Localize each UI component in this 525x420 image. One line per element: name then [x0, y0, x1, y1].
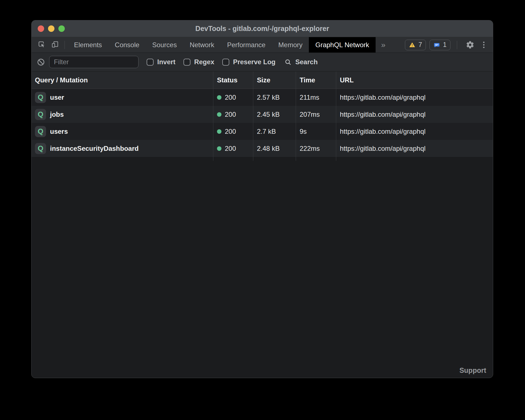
warning-icon [409, 42, 416, 48]
preserve-log-checkbox-group: Preserve Log [222, 58, 275, 66]
tab-graphql-network[interactable]: GraphQL Network [309, 37, 376, 52]
messages-badge[interactable]: 1 [429, 40, 450, 50]
status-code: 200 [225, 111, 236, 118]
requests-table: Query / Mutation Status Size Time URL Q … [32, 71, 493, 161]
preserve-log-label: Preserve Log [233, 58, 275, 66]
devtools-tab-bar: Elements Console Sources Network Perform… [32, 37, 493, 53]
url-value: https://gitlab.com/api/graphql [336, 140, 493, 157]
table-row[interactable]: Q users 200 2.7 kB 9s https://gitlab.com… [32, 123, 493, 140]
url-value: https://gitlab.com/api/graphql [336, 89, 493, 106]
time-value: 211ms [296, 89, 336, 106]
devtools-window: DevTools - gitlab.com/-/graphql-explorer… [31, 20, 493, 378]
status-code: 200 [225, 145, 236, 152]
tab-console[interactable]: Console [108, 37, 146, 52]
status-code: 200 [225, 94, 236, 101]
column-header-status[interactable]: Status [213, 71, 253, 89]
support-link[interactable]: Support [459, 366, 486, 374]
clear-requests-button[interactable] [37, 58, 45, 66]
regex-checkbox[interactable] [183, 59, 190, 66]
close-button[interactable] [38, 25, 44, 32]
status-ok-dot [217, 95, 221, 100]
filter-bar: Invert Regex Preserve Log Search [32, 53, 493, 71]
titlebar: DevTools - gitlab.com/-/graphql-explorer [32, 20, 493, 37]
invert-label: Invert [157, 58, 175, 66]
device-toolbar-button[interactable] [48, 37, 62, 52]
issues-warning-badge[interactable]: 7 [405, 40, 426, 50]
search-label: Search [295, 58, 318, 66]
query-name: user [50, 94, 64, 101]
status-ok-dot [217, 146, 221, 151]
tab-sources[interactable]: Sources [146, 37, 183, 52]
time-value: 222ms [296, 140, 336, 157]
preserve-log-checkbox[interactable] [222, 59, 229, 66]
tab-memory[interactable]: Memory [272, 37, 309, 52]
kebab-icon [483, 42, 485, 43]
block-icon [37, 58, 45, 66]
tab-performance[interactable]: Performance [221, 37, 272, 52]
column-header-size[interactable]: Size [253, 71, 296, 89]
url-value: https://gitlab.com/api/graphql [336, 106, 493, 123]
column-header-query-mutation[interactable]: Query / Mutation [32, 71, 213, 89]
invert-checkbox-group: Invert [147, 58, 175, 66]
size-value: 2.57 kB [253, 89, 296, 106]
column-header-url[interactable]: URL [336, 71, 493, 89]
status-ok-dot [217, 129, 221, 134]
time-value: 207ms [296, 106, 336, 123]
size-value: 2.48 kB [253, 140, 296, 157]
maximize-button[interactable] [58, 25, 65, 32]
traffic-lights [38, 20, 65, 37]
device-toolbar-icon [51, 40, 59, 50]
invert-checkbox[interactable] [147, 59, 154, 66]
query-type-badge: Q [35, 126, 46, 137]
search-button[interactable]: Search [284, 58, 318, 66]
tab-network[interactable]: Network [183, 37, 221, 52]
status-code: 200 [225, 128, 236, 135]
table-row[interactable]: Q user 200 2.57 kB 211ms https://gitlab.… [32, 89, 493, 106]
more-options-button[interactable] [480, 42, 487, 48]
toolbar-divider [65, 41, 65, 49]
query-type-badge: Q [35, 143, 46, 154]
size-value: 2.7 kB [253, 123, 296, 140]
table-row[interactable]: Q instanceSecurityDashboard 200 2.48 kB … [32, 140, 493, 157]
status-ok-dot [217, 112, 221, 117]
column-divider-tail [32, 157, 493, 161]
query-name: users [50, 128, 68, 135]
query-name: jobs [50, 111, 64, 118]
column-header-time[interactable]: Time [296, 71, 336, 89]
size-value: 2.45 kB [253, 106, 296, 123]
gear-icon [466, 40, 474, 49]
more-tabs-button[interactable]: » [376, 37, 391, 52]
regex-checkbox-group: Regex [183, 58, 214, 66]
toolbar-right-divider [457, 41, 457, 49]
settings-button[interactable] [464, 40, 477, 49]
filter-input[interactable] [49, 56, 139, 68]
time-value: 9s [296, 123, 336, 140]
warning-count: 7 [418, 41, 422, 49]
toolbar-right-group: 7 1 [405, 37, 493, 52]
query-type-badge: Q [35, 109, 46, 120]
tab-elements[interactable]: Elements [68, 37, 108, 52]
minimize-button[interactable] [48, 25, 54, 32]
table-header-row: Query / Mutation Status Size Time URL [32, 71, 493, 89]
inspect-element-button[interactable] [35, 37, 48, 52]
table-row[interactable]: Q jobs 200 2.45 kB 207ms https://gitlab.… [32, 106, 493, 123]
message-icon [433, 42, 440, 48]
message-count: 1 [443, 41, 447, 49]
regex-label: Regex [194, 58, 214, 66]
url-value: https://gitlab.com/api/graphql [336, 123, 493, 140]
search-icon [284, 58, 292, 66]
query-name: instanceSecurityDashboard [50, 145, 139, 152]
query-type-badge: Q [35, 92, 46, 103]
window-title: DevTools - gitlab.com/-/graphql-explorer [32, 25, 493, 33]
inspect-cursor-icon [37, 40, 46, 50]
